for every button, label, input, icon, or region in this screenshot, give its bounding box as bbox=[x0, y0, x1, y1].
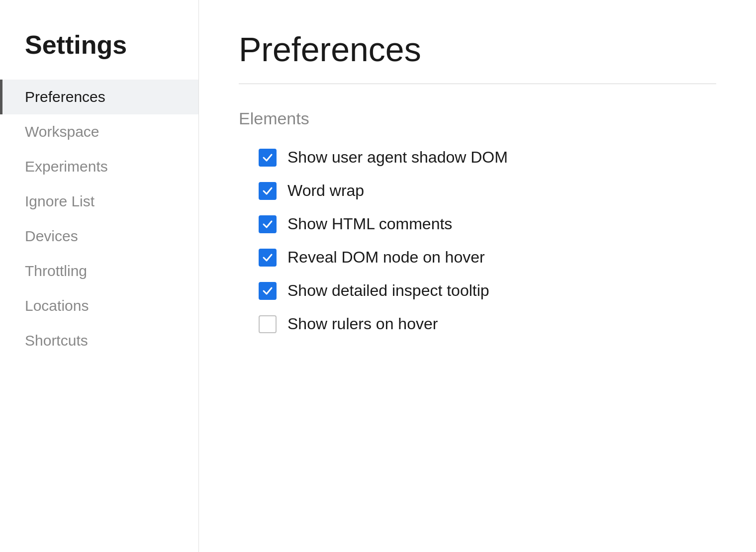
sidebar-item-label: Locations bbox=[25, 297, 89, 314]
checkmark-icon bbox=[262, 252, 273, 263]
section-title-elements: Elements bbox=[239, 109, 716, 128]
checkbox-box-inspect-tooltip[interactable] bbox=[259, 282, 277, 300]
checkbox-label-rulers-hover: Show rulers on hover bbox=[287, 315, 438, 333]
sidebar-item-label: Experiments bbox=[25, 158, 108, 175]
sidebar-item-label: Preferences bbox=[25, 89, 105, 105]
checkbox-inspect-tooltip[interactable]: Show detailed inspect tooltip bbox=[259, 281, 716, 300]
elements-section: Elements Show user agent shadow DOM bbox=[239, 109, 716, 333]
sidebar-item-label: Shortcuts bbox=[25, 332, 88, 349]
section-divider bbox=[239, 84, 716, 84]
sidebar: Settings Preferences Workspace Experimen… bbox=[0, 0, 199, 552]
checkbox-list: Show user agent shadow DOM Word wrap bbox=[239, 148, 716, 333]
checkbox-word-wrap[interactable]: Word wrap bbox=[259, 182, 716, 200]
checkbox-label-shadow-dom: Show user agent shadow DOM bbox=[287, 148, 508, 167]
checkmark-icon bbox=[262, 152, 273, 163]
sidebar-item-locations[interactable]: Locations bbox=[0, 288, 198, 323]
page-title: Preferences bbox=[239, 30, 716, 69]
sidebar-item-workspace[interactable]: Workspace bbox=[0, 114, 198, 149]
checkbox-box-rulers-hover[interactable] bbox=[259, 315, 277, 333]
sidebar-item-label: Workspace bbox=[25, 123, 99, 140]
checkbox-box-reveal-dom[interactable] bbox=[259, 249, 277, 267]
checkbox-rulers-hover[interactable]: Show rulers on hover bbox=[259, 315, 716, 333]
checkmark-icon bbox=[262, 285, 273, 296]
sidebar-item-devices[interactable]: Devices bbox=[0, 219, 198, 254]
checkbox-html-comments[interactable]: Show HTML comments bbox=[259, 215, 716, 233]
main-content: Preferences Elements Show user agent sha… bbox=[199, 0, 756, 552]
checkbox-label-reveal-dom: Reveal DOM node on hover bbox=[287, 248, 485, 267]
checkbox-label-word-wrap: Word wrap bbox=[287, 182, 364, 200]
sidebar-item-experiments[interactable]: Experiments bbox=[0, 149, 198, 184]
sidebar-item-label: Throttling bbox=[25, 263, 87, 279]
sidebar-nav: Preferences Workspace Experiments Ignore… bbox=[0, 80, 198, 358]
checkmark-icon bbox=[262, 185, 273, 196]
checkmark-icon bbox=[262, 219, 273, 230]
checkbox-box-word-wrap[interactable] bbox=[259, 182, 277, 200]
checkbox-box-shadow-dom[interactable] bbox=[259, 149, 277, 167]
checkbox-label-html-comments: Show HTML comments bbox=[287, 215, 452, 233]
checkbox-box-html-comments[interactable] bbox=[259, 215, 277, 233]
checkbox-reveal-dom[interactable]: Reveal DOM node on hover bbox=[259, 248, 716, 267]
sidebar-item-label: Devices bbox=[25, 228, 78, 245]
sidebar-item-label: Ignore List bbox=[25, 193, 94, 210]
sidebar-item-preferences[interactable]: Preferences bbox=[0, 80, 198, 114]
checkbox-shadow-dom[interactable]: Show user agent shadow DOM bbox=[259, 148, 716, 167]
sidebar-item-ignore-list[interactable]: Ignore List bbox=[0, 184, 198, 219]
checkbox-label-inspect-tooltip: Show detailed inspect tooltip bbox=[287, 281, 489, 300]
sidebar-title: Settings bbox=[0, 30, 198, 80]
sidebar-item-shortcuts[interactable]: Shortcuts bbox=[0, 323, 198, 358]
sidebar-item-throttling[interactable]: Throttling bbox=[0, 254, 198, 288]
